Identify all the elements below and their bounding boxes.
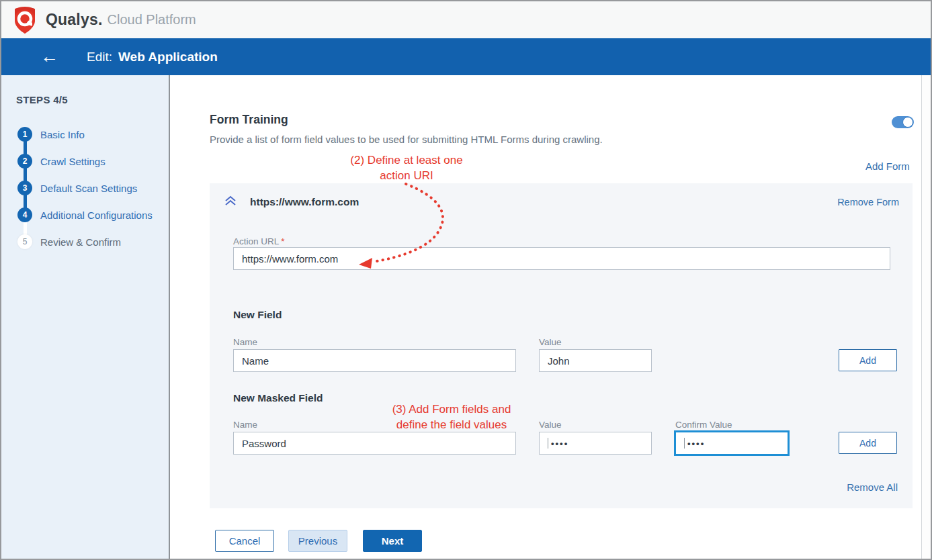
sidebar-item-review-confirm[interactable]: 5 Review & Confirm — [17, 228, 159, 255]
text-cursor — [548, 438, 548, 449]
stepper: 1 Basic Info 2 Crawl Settings 3 Default … — [17, 121, 159, 255]
page-title: Web Application — [118, 50, 218, 64]
step-label[interactable]: Review & Confirm — [40, 236, 121, 248]
step-label[interactable]: Crawl Settings — [40, 156, 105, 167]
confirm-value-input-focused[interactable]: •••• — [674, 430, 790, 456]
brand-name: Qualys. — [46, 11, 103, 29]
annotation-step3-line2: define the field values — [354, 417, 549, 432]
new-field-name-input[interactable] — [233, 349, 516, 372]
step-number-badge: 5 — [17, 234, 32, 249]
confirm-value-label: Confirm Value — [675, 420, 732, 430]
main-content: Form Training Provide a list of form fie… — [171, 75, 924, 560]
step-label[interactable]: Default Scan Settings — [40, 183, 137, 194]
new-masked-field-add-button[interactable]: Add — [839, 432, 897, 454]
section-title: Form Training — [210, 113, 288, 127]
step-label[interactable]: Basic Info — [40, 129, 85, 140]
new-field-value-input[interactable] — [539, 349, 652, 372]
new-field-name-label: Name — [233, 337, 257, 347]
form-panel: https://www.form.com Remove Form Action … — [210, 183, 913, 508]
sidebar-item-additional-configurations[interactable]: 4 Additional Configurations — [17, 201, 159, 228]
page-titlebar: ← Edit: Web Application — [1, 38, 931, 75]
text-cursor — [684, 438, 685, 449]
back-arrow-icon[interactable]: ← — [40, 48, 58, 66]
required-asterisk: * — [281, 236, 284, 246]
step-number-badge: 3 — [17, 181, 32, 195]
step-label[interactable]: Additional Configurations — [40, 209, 153, 221]
app-header: Qualys. Cloud Platform — [1, 1, 931, 38]
remove-all-link[interactable]: Remove All — [847, 481, 898, 493]
masked-value-dots: •••• — [551, 438, 568, 449]
brand-suffix: Cloud Platform — [108, 12, 196, 28]
step-number-badge: 1 — [17, 127, 32, 142]
annotation-step2: (2) Define at least one action URI — [299, 152, 514, 183]
annotation-step2-line1: (2) Define at least one — [299, 152, 514, 168]
chevron-double-up-icon[interactable] — [224, 195, 237, 208]
form-training-toggle[interactable] — [892, 116, 914, 128]
new-field-value-label: Value — [539, 337, 562, 347]
qualys-edit-webapp-screen: Qualys. Cloud Platform ← Edit: Web Appli… — [0, 0, 932, 560]
previous-button[interactable]: Previous — [288, 530, 347, 552]
remove-all-link-wrap: Remove All — [847, 481, 898, 494]
sidebar-item-crawl-settings[interactable]: 2 Crawl Settings — [17, 148, 159, 175]
sidebar-item-default-scan-settings[interactable]: 3 Default Scan Settings — [17, 175, 159, 201]
steps-progress-label: STEPS 4/5 — [16, 94, 68, 105]
masked-name-input[interactable] — [233, 432, 516, 455]
remove-form-link[interactable]: Remove Form — [837, 197, 899, 207]
form-url-header: https://www.form.com — [250, 196, 359, 208]
cancel-button[interactable]: Cancel — [215, 530, 274, 552]
annotation-step2-line2: action URI — [299, 168, 514, 183]
annotation-step3: (3) Add Form fields and define the field… — [354, 402, 549, 432]
sidebar-item-basic-info[interactable]: 1 Basic Info — [17, 121, 159, 148]
action-url-label: Action URL* — [233, 236, 285, 246]
steps-sidebar: STEPS 4/5 1 Basic Info 2 Crawl Settings … — [1, 75, 170, 560]
step-number-badge: 4 — [17, 207, 32, 222]
masked-name-label: Name — [233, 420, 257, 430]
scrollbar-track[interactable] — [921, 75, 931, 560]
page-title-prefix: Edit: — [87, 50, 112, 64]
toggle-knob — [902, 117, 913, 128]
section-description: Provide a list of form field values to b… — [210, 134, 603, 145]
next-button[interactable]: Next — [363, 530, 422, 552]
new-field-add-button[interactable]: Add — [839, 349, 897, 371]
add-form-link-wrap: Add Form — [865, 160, 899, 173]
step-number-badge: 2 — [17, 154, 32, 169]
masked-value-input[interactable]: •••• — [539, 432, 652, 455]
confirm-value-dots: •••• — [687, 438, 705, 449]
qualys-logo-icon — [12, 6, 38, 34]
action-url-input[interactable] — [233, 247, 890, 270]
add-form-link[interactable]: Add Form — [865, 160, 910, 172]
masked-value-label: Value — [539, 420, 562, 430]
new-field-title: New Field — [233, 309, 282, 321]
new-masked-field-title: New Masked Field — [233, 392, 323, 404]
annotation-step3-line1: (3) Add Form fields and — [354, 402, 549, 417]
